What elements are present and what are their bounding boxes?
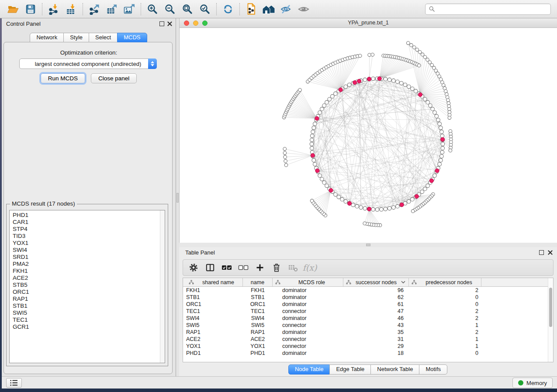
mcds-result-item[interactable]: ORC1: [13, 289, 160, 296]
memory-button[interactable]: Memory: [512, 378, 553, 388]
mcds-result-item[interactable]: YOX1: [13, 240, 160, 247]
zoom-fit-button[interactable]: [179, 2, 196, 17]
mcds-result-item[interactable]: ACE2: [13, 275, 160, 282]
table-settings-button[interactable]: [188, 262, 199, 273]
tab-style[interactable]: Style: [63, 33, 89, 42]
tab-motifs[interactable]: Motifs: [419, 364, 447, 375]
export-image-button[interactable]: [121, 2, 138, 17]
column-header-predecessor-nodes[interactable]: predecessor nodes: [409, 278, 481, 286]
table-row[interactable]: STB1STB1dominator620: [183, 294, 548, 301]
add-column-button[interactable]: [255, 262, 265, 273]
float-window-icon[interactable]: [159, 21, 164, 26]
close-icon[interactable]: [167, 21, 172, 26]
tab-node-table[interactable]: Node Table: [288, 364, 330, 375]
network-canvas[interactable]: [180, 28, 557, 243]
mcds-result-item[interactable]: PMA2: [13, 261, 160, 268]
table-row[interactable]: ACE2ACE2connector311: [183, 336, 548, 343]
export-table-button[interactable]: [103, 2, 121, 17]
tab-mcds[interactable]: MCDS: [117, 33, 147, 42]
scrollbar-thumb[interactable]: [549, 288, 552, 327]
column-header-mcds-role[interactable]: MCDS role: [273, 278, 343, 286]
table-cell: connector: [273, 343, 343, 349]
node-table: shared name name: [183, 278, 554, 362]
table-row[interactable]: TEC1TEC1connector472: [183, 308, 548, 315]
table-cell: RAP1: [183, 329, 243, 335]
column-header-successor-nodes[interactable]: successor nodes: [343, 278, 409, 286]
mcds-result-item[interactable]: SRD1: [13, 254, 160, 261]
float-window-icon[interactable]: [539, 250, 544, 255]
mcds-result-item[interactable]: TEC1: [13, 316, 160, 323]
mcds-result-item[interactable]: STP4: [13, 226, 160, 233]
table-row[interactable]: RAP1RAP1dominator352: [183, 329, 548, 336]
list-icon: [10, 379, 18, 386]
close-panel-button[interactable]: Close panel: [91, 73, 137, 83]
optimization-criterion-label: Optimization criterion:: [2, 49, 176, 56]
splitter-handle[interactable]: [176, 193, 179, 203]
mcds-result-title: MCDS result (17 nodes): [10, 200, 77, 207]
horizontal-splitter[interactable]: [179, 243, 557, 247]
table-row[interactable]: SWI5SWI5connector431: [183, 322, 548, 329]
mcds-result-item[interactable]: STB5: [13, 282, 160, 289]
table-row[interactable]: PHD1PHD1dominator180: [183, 350, 548, 357]
deselect-all-button[interactable]: [238, 262, 249, 273]
column-header-shared-name[interactable]: shared name: [183, 278, 243, 286]
search-box[interactable]: [425, 3, 551, 15]
mcds-result-listbox[interactable]: PHD1CAR1STP4TID3YOX1SWI4SRD1PMA2FKH1ACE2…: [9, 210, 165, 363]
column-header-name[interactable]: name: [243, 278, 273, 286]
mcds-result-item[interactable]: SWI4: [13, 247, 160, 254]
delete-table-button[interactable]: [288, 262, 298, 273]
home-button[interactable]: [260, 2, 277, 17]
import-table-button[interactable]: [62, 2, 80, 17]
tab-network[interactable]: Network: [30, 33, 64, 42]
split-view-button[interactable]: [205, 262, 215, 273]
table-row[interactable]: FKH1FKH1dominator962: [183, 287, 548, 294]
splitter-handle[interactable]: [366, 244, 370, 246]
import-network-button[interactable]: [45, 2, 62, 17]
mcds-result-item[interactable]: FKH1: [13, 268, 160, 275]
refresh-layout-button[interactable]: [219, 2, 237, 17]
task-history-button[interactable]: [6, 378, 22, 388]
zoom-in-button[interactable]: [144, 2, 161, 17]
mcds-result-item[interactable]: STB1: [13, 303, 160, 309]
mcds-result-item[interactable]: RAP1: [13, 296, 160, 303]
network-attr-icon: [346, 280, 351, 285]
function-builder-button[interactable]: f(x): [304, 262, 315, 273]
delete-column-button[interactable]: [271, 262, 282, 273]
tab-select[interactable]: Select: [89, 33, 118, 42]
result-list-scrollbar[interactable]: [160, 210, 165, 363]
table-scrollbar[interactable]: [548, 278, 553, 362]
mcds-result-item[interactable]: GCR1: [13, 323, 160, 330]
export-network-button[interactable]: [86, 2, 103, 17]
run-mcds-button[interactable]: Run MCDS: [41, 73, 85, 83]
houses-icon: [262, 4, 275, 14]
table-row[interactable]: ORC1ORC1dominator610: [183, 301, 548, 308]
control-panel: Control Panel Network Style Select MCDS …: [2, 18, 176, 376]
mcds-result-item[interactable]: TID3: [13, 233, 160, 240]
table-cell: ACE2: [243, 336, 273, 342]
network-window-titlebar[interactable]: YPA_prune.txt_1: [180, 18, 557, 28]
vertical-splitter[interactable]: [176, 18, 179, 376]
network-file-button[interactable]: [242, 2, 260, 17]
mcds-result-item[interactable]: CAR1: [13, 219, 160, 226]
tab-edge-table[interactable]: Edge Table: [329, 364, 371, 375]
mcds-result-item[interactable]: PHD1: [13, 212, 160, 219]
table-row[interactable]: SWI4SWI4dominator462: [183, 315, 548, 322]
save-session-button[interactable]: [22, 2, 39, 17]
table-toolbar: f(x): [183, 259, 554, 276]
table-cell: 47: [343, 308, 409, 314]
zoom-out-button[interactable]: [161, 2, 179, 17]
hide-style-button[interactable]: [277, 2, 295, 17]
close-icon[interactable]: [548, 250, 553, 255]
zoom-selected-button[interactable]: [196, 2, 214, 17]
table-cell: dominator: [273, 350, 343, 356]
tab-network-table[interactable]: Network Table: [370, 364, 419, 375]
mcds-result-item[interactable]: SWI5: [13, 309, 160, 316]
app-body: Control Panel Network Style Select MCDS …: [2, 18, 557, 389]
preview-button[interactable]: [295, 2, 312, 17]
table-cell: TEC1: [183, 308, 243, 314]
table-row[interactable]: YOX1YOX1connector291: [183, 343, 548, 350]
select-all-button[interactable]: [221, 262, 232, 273]
search-input[interactable]: [437, 5, 547, 13]
open-file-button[interactable]: [4, 2, 22, 17]
criterion-dropdown[interactable]: largest connected component (undirected): [19, 58, 157, 69]
